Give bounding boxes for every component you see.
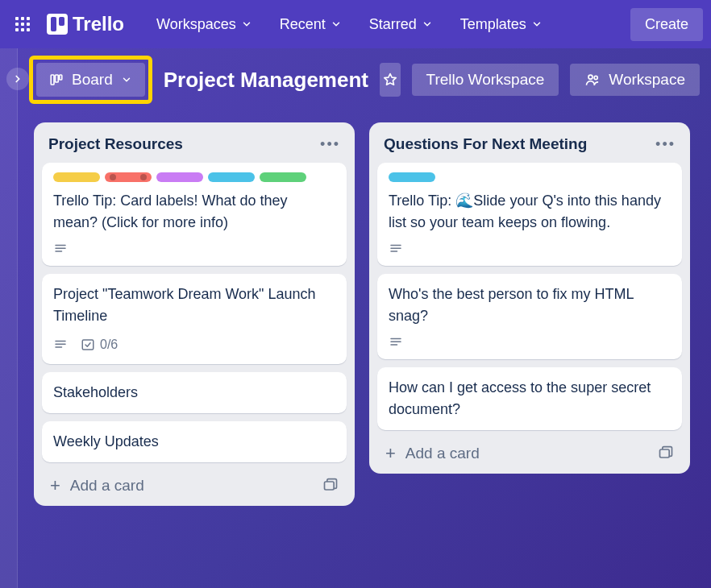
nav-starred[interactable]: Starred [358, 8, 444, 41]
card-badges: 0/6 [53, 335, 335, 354]
highlight-annotation: Board [29, 56, 152, 104]
label-b[interactable] [208, 172, 255, 182]
card-text: Project "Teamwork Dream Work" Launch Tim… [53, 284, 335, 327]
description-icon [53, 242, 68, 256]
chevron-down-icon [331, 19, 342, 30]
card-text: Weekly Updates [53, 431, 335, 453]
nav-label: Recent [280, 16, 326, 33]
add-card-label: Add a card [405, 445, 480, 462]
chevron-down-icon [422, 19, 433, 30]
add-card-button[interactable]: +Add a card [385, 445, 480, 462]
list-header: Project Resources••• [42, 132, 347, 155]
svg-rect-20 [82, 340, 94, 350]
card[interactable]: Trello Tip: Card labels! What do they me… [42, 163, 347, 266]
app-switcher-icon[interactable] [8, 10, 37, 39]
svg-rect-1 [21, 17, 24, 20]
description-icon [53, 337, 68, 352]
card-labels [389, 172, 671, 182]
label-r[interactable] [105, 172, 152, 182]
add-card-label: Add a card [70, 477, 144, 495]
card-text: Who's the best person to fix my HTML sna… [389, 284, 671, 327]
svg-rect-21 [325, 482, 335, 490]
list-title[interactable]: Questions For Next Meeting [384, 135, 587, 153]
workspace-pill[interactable]: Trello Workspace [412, 64, 559, 96]
card-text: How can I get access to the super secret… [389, 377, 671, 420]
nav-templates[interactable]: Templates [449, 8, 554, 41]
board-header: Board Project Management Trello Workspac… [0, 48, 711, 111]
create-button[interactable]: Create [630, 8, 703, 41]
svg-rect-6 [15, 28, 19, 31]
list-menu-button[interactable]: ••• [320, 136, 340, 153]
svg-rect-7 [21, 28, 24, 31]
card-text: Trello Tip: 🌊Slide your Q's into this ha… [389, 190, 671, 234]
nav-label: Templates [460, 16, 526, 33]
nav-recent[interactable]: Recent [268, 8, 353, 41]
card[interactable]: Stakeholders [42, 372, 347, 413]
card-text: Trello Tip: Card labels! What do they me… [53, 190, 335, 234]
svg-rect-28 [660, 449, 670, 458]
nav-label: Workspaces [156, 16, 236, 33]
list-title[interactable]: Project Resources [48, 135, 183, 153]
add-card-button[interactable]: +Add a card [50, 477, 144, 495]
sidebar-expand-button[interactable] [6, 68, 29, 90]
trello-logo[interactable]: Trello [47, 13, 124, 35]
board-title[interactable]: Project Management [164, 68, 368, 93]
add-card-row: +Add a card [42, 470, 347, 498]
list-header: Questions For Next Meeting••• [377, 132, 682, 155]
chevron-down-icon [121, 74, 132, 85]
board-icon [49, 72, 64, 87]
svg-rect-5 [27, 23, 30, 26]
view-label: Board [72, 71, 113, 89]
chevron-down-icon [241, 19, 252, 30]
label-g[interactable] [260, 172, 306, 182]
card[interactable]: How can I get access to the super secret… [377, 367, 682, 430]
svg-rect-4 [21, 23, 24, 26]
people-icon [584, 72, 601, 88]
checklist-badge: 0/6 [81, 335, 118, 354]
card[interactable]: Trello Tip: 🌊Slide your Q's into this ha… [377, 163, 682, 266]
card-template-button[interactable] [658, 445, 674, 462]
create-label: Create [645, 16, 688, 32]
description-icon [389, 242, 403, 256]
trello-logo-text: Trello [73, 13, 124, 35]
svg-rect-3 [15, 23, 19, 26]
list: Questions For Next Meeting•••Trello Tip:… [369, 122, 690, 474]
visibility-pill[interactable]: Workspace [570, 64, 700, 96]
card-template-button[interactable] [322, 478, 339, 494]
svg-point-13 [594, 76, 597, 79]
svg-rect-0 [15, 17, 19, 20]
plus-icon: + [385, 445, 396, 462]
svg-rect-8 [27, 28, 30, 31]
card[interactable]: Weekly Updates [42, 421, 347, 462]
card-badges [389, 242, 671, 256]
star-board-button[interactable] [380, 63, 401, 97]
card-badges [389, 335, 671, 350]
top-navigation: Trello Workspaces Recent Starred Templat… [0, 0, 711, 48]
svg-point-12 [588, 75, 592, 79]
label-p[interactable] [156, 172, 203, 182]
trello-logo-icon [47, 14, 68, 35]
card[interactable]: Project "Teamwork Dream Work" Launch Tim… [42, 274, 347, 364]
label-b[interactable] [389, 172, 435, 182]
svg-rect-9 [51, 75, 54, 85]
card-labels [53, 172, 335, 182]
star-icon [382, 72, 398, 88]
nav-label: Starred [369, 16, 417, 33]
nav-workspaces[interactable]: Workspaces [145, 8, 264, 41]
svg-rect-10 [56, 75, 59, 82]
sidebar-rail [0, 48, 18, 588]
label-y[interactable] [53, 172, 100, 182]
card[interactable]: Who's the best person to fix my HTML sna… [377, 274, 682, 359]
svg-rect-2 [27, 17, 30, 20]
card-badges [53, 242, 335, 256]
board-view-switcher[interactable]: Board [36, 63, 145, 97]
plus-icon: + [50, 477, 60, 495]
workspace-name: Trello Workspace [426, 71, 545, 89]
board-canvas[interactable]: Project Resources•••Trello Tip: Card lab… [0, 111, 711, 588]
checklist-count: 0/6 [100, 335, 118, 354]
svg-rect-11 [60, 75, 62, 80]
description-icon [389, 335, 403, 350]
visibility-label: Workspace [609, 71, 685, 89]
card-text: Stakeholders [53, 382, 335, 404]
list-menu-button[interactable]: ••• [655, 136, 676, 153]
